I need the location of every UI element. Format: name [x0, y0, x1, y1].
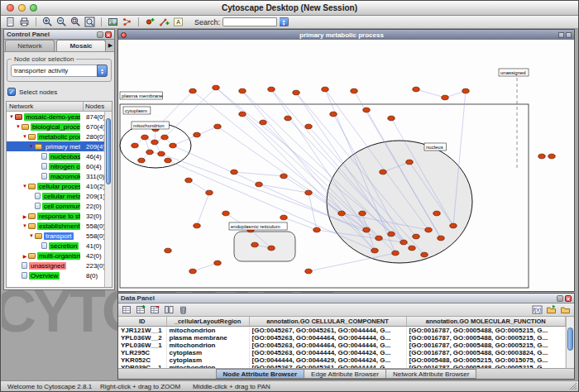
table-scrollbar-thumb[interactable] [567, 327, 573, 351]
table-cell[interactable]: [GO:0016787, GO:0005488, GO:0005215, G..… [406, 364, 566, 369]
tree-row[interactable]: ▼transport558(0) [7, 231, 112, 241]
tree-item-label[interactable]: cell communica... [42, 203, 80, 210]
table-cell[interactable]: cytoplasm [166, 349, 249, 356]
attribute-mode-icon[interactable] [163, 304, 175, 316]
table-cell[interactable]: YKR052C [118, 356, 166, 364]
table-cell[interactable]: [GO:0016787, GO:0005488, GO:0003824, G..… [406, 349, 566, 356]
table-cell[interactable]: [GO:0045263, GO:0044464, GO:0044444, G..… [249, 334, 406, 342]
graph-node[interactable] [223, 211, 229, 216]
tree-item-label[interactable]: establishment of l... [37, 222, 80, 230]
tree-row[interactable]: secretion41(0) [7, 241, 112, 251]
tree-item-label[interactable]: metabolic process [37, 133, 80, 141]
tree-item-label[interactable]: unassigned [29, 262, 66, 270]
graph-node[interactable] [305, 269, 312, 274]
tree-item-label[interactable]: macromolecule... [49, 173, 80, 180]
tab-network[interactable]: Network [5, 40, 55, 51]
graph-node[interactable] [280, 174, 287, 179]
graph-node[interactable] [322, 87, 328, 92]
column-header[interactable]: ID [118, 317, 166, 326]
table-row[interactable]: YJR121W__1mitochondrion[GO:0045267, GO:0… [118, 326, 566, 334]
graph-node[interactable] [538, 154, 545, 159]
graph-node[interactable] [421, 252, 428, 257]
print-icon[interactable] [18, 17, 31, 28]
tree-item-label[interactable]: biological_process [31, 123, 80, 131]
zoom-out-icon[interactable] [55, 17, 68, 28]
graph-node[interactable] [380, 170, 386, 174]
expander-icon[interactable]: ▼ [28, 144, 35, 149]
tree-header-nodes[interactable]: Nodes [84, 102, 112, 111]
tree-item-label[interactable]: response to stimu [37, 213, 80, 220]
dropdown-arrows-icon[interactable]: ▲▼ [97, 65, 108, 77]
tree-row[interactable]: unassigned223(0) [7, 261, 112, 270]
graph-node[interactable] [194, 223, 200, 228]
tab-scroll-right-icon[interactable]: ▶ [107, 40, 114, 51]
expander-icon[interactable]: ▼ [22, 134, 28, 139]
tab-network-attribute-browser[interactable]: Network Attribute Browser [385, 369, 476, 379]
graph-node[interactable] [413, 87, 419, 92]
table-cell[interactable]: YPL036W__1 [118, 342, 166, 349]
add-edge-icon[interactable] [158, 17, 170, 28]
expander-icon[interactable]: ▶ [22, 213, 28, 219]
formula-builder-icon[interactable]: f(x) [531, 304, 543, 316]
graph-node[interactable] [363, 227, 370, 232]
column-header[interactable]: annotation.GO MOLECULAR_FUNCTION [406, 317, 566, 326]
graph-node[interactable] [214, 124, 221, 129]
close-icon[interactable] [121, 32, 127, 38]
graph-node[interactable] [214, 261, 221, 265]
float-panel-icon[interactable] [557, 295, 563, 302]
resize-grip-icon[interactable] [568, 381, 577, 390]
select-nodes-checkbox[interactable]: ✓ [7, 88, 16, 96]
expander-icon[interactable]: ▼ [22, 223, 28, 228]
zoom-in-icon[interactable] [41, 17, 54, 28]
tree-scrollbar-thumb[interactable] [106, 118, 111, 184]
table-cell[interactable]: mitochondrion [166, 364, 249, 369]
tab-node-attribute-browser[interactable]: Node Attribute Browser [216, 369, 304, 379]
close-icon[interactable]: ✕ [105, 31, 112, 38]
table-cell[interactable]: YPL036W__2 [118, 334, 166, 342]
graph-node[interactable] [146, 150, 153, 155]
close-icon[interactable]: ✕ [565, 295, 572, 302]
window-zoom-button[interactable] [30, 4, 37, 12]
graph-node[interactable] [141, 135, 148, 140]
graph-node[interactable] [268, 87, 275, 92]
zoom-fit-icon[interactable] [84, 17, 96, 28]
table-cell[interactable]: [GO:0044444, GO:0044429, GO:0044424, G..… [249, 356, 406, 364]
graph-node[interactable] [151, 140, 158, 145]
table-cell[interactable]: YJR121W__1 [118, 326, 166, 334]
graph-node[interactable] [260, 120, 266, 125]
graph-node[interactable] [305, 190, 312, 195]
column-header[interactable]: _cellularLayoutRegion [166, 317, 249, 326]
expander-icon[interactable]: ▼ [15, 124, 22, 129]
tree-row[interactable]: ▼cellular process410(2) [7, 181, 112, 191]
graph-node[interactable] [213, 85, 219, 90]
tree-row[interactable]: ▼establishment of l...558(0) [7, 221, 112, 231]
tree-row[interactable]: Overview8(0) [7, 270, 112, 280]
graph-node[interactable] [359, 211, 366, 216]
graph-node[interactable] [194, 132, 200, 137]
tree-item-label[interactable]: transport [44, 232, 74, 240]
graph-node[interactable] [185, 178, 192, 183]
tree-row[interactable]: nucleobase...46(4) [7, 151, 112, 161]
graph-node[interactable] [313, 227, 320, 232]
tree-item-label[interactable]: multi-organism pr... [37, 252, 80, 260]
tab-mosaic[interactable]: Mosaic [56, 40, 106, 51]
color-attribute-dropdown[interactable]: transporter activity ▲▼ [11, 65, 108, 77]
graph-node[interactable] [158, 151, 165, 156]
graph-node[interactable] [351, 88, 357, 93]
tree-item-label[interactable]: nucleobase... [49, 153, 80, 160]
table-row[interactable]: YKR052Ccytoplasm[GO:0044444, GO:0044429,… [118, 356, 566, 364]
graph-node[interactable] [406, 160, 413, 165]
table-cell[interactable]: [GO:0005488, GO:0005215, GO:0015075, G..… [406, 356, 566, 364]
graph-node[interactable] [400, 240, 407, 245]
graph-node[interactable] [285, 116, 291, 121]
graph-node[interactable] [189, 269, 196, 274]
graph-node[interactable] [165, 158, 171, 163]
network-view-titlebar[interactable]: primary metabolic process [118, 30, 574, 40]
graph-node[interactable] [433, 211, 440, 216]
window-close-button[interactable] [7, 4, 14, 12]
tree-item-label[interactable]: secretion [49, 242, 79, 250]
graph-node[interactable] [251, 242, 258, 247]
tree-item-label[interactable]: cellular metabo... [42, 193, 80, 200]
table-cell[interactable]: [GO:0045267, GO:0045261, GO:0044444, G..… [249, 326, 406, 334]
tree-scrollbar[interactable] [104, 112, 112, 287]
